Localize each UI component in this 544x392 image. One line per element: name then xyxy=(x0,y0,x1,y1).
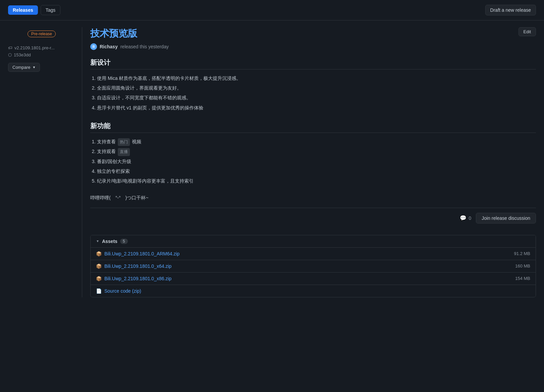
sidebar-tag-value: v2.2109.1801.pre-r... xyxy=(14,45,55,50)
compare-label: Compare xyxy=(12,65,30,70)
footer-note: 哔哩哔哩( °-° )つ口干杯~ xyxy=(90,195,536,201)
assets-collapse-icon: ▼ xyxy=(96,239,99,243)
releases-tab[interactable]: Releases xyxy=(8,5,38,15)
comment-count: 💬 0 xyxy=(460,215,471,221)
list-item: 使用 Mica 材质作为基底，搭配半透明的卡片材质，极大提升沉浸感。 xyxy=(97,74,536,83)
asset-row: 📦 Bili.Uwp_2.2109.1801.0_ARM64.zip 91.2 … xyxy=(91,248,536,260)
list-item: 番剧/国创大升级 xyxy=(97,157,536,166)
section1-heading: 新设计 xyxy=(90,58,536,69)
list-item: 支持查看 热门 视频 xyxy=(97,138,536,146)
package-icon: 📦 xyxy=(96,276,102,281)
author-link[interactable]: Richasy xyxy=(100,44,118,49)
assets-header[interactable]: ▼ Assets 5 xyxy=(91,235,536,248)
badge-live: 直播 xyxy=(118,148,130,156)
asset-row: 📦 Bili.Uwp_2.2109.1801.0_x86.zip 154 MB xyxy=(91,273,536,285)
assets-label: Assets xyxy=(102,239,117,244)
package-icon: 📦 xyxy=(96,251,102,256)
list-item: 独立的专栏探索 xyxy=(97,167,536,176)
tag-icon: 🏷 xyxy=(8,45,12,50)
draft-new-release-button[interactable]: Draft a new release xyxy=(485,5,536,15)
sidebar-tag: 🏷 v2.2109.1801.pre-r... xyxy=(8,45,75,50)
asset-size: 154 MB xyxy=(515,276,530,281)
badge-hot: 热门 xyxy=(118,138,130,146)
sidebar: Pre-release 🏷 v2.2109.1801.pre-r... ⬡ 15… xyxy=(8,27,82,297)
list-item: 悬浮卡片替代 v1 的副页，提供更加优秀的操作体验 xyxy=(97,104,536,112)
asset-row: 📦 Bili.Uwp_2.2109.1801.0_x64.zip 160 MB xyxy=(91,260,536,273)
pre-release-badge: Pre-release xyxy=(28,31,56,37)
sidebar-commit: ⬡ 153e3dd xyxy=(8,52,75,57)
compare-button[interactable]: Compare ▼ xyxy=(8,63,40,72)
asset-row: 📄 Source code (zip) xyxy=(91,285,536,297)
asset-size: 160 MB xyxy=(515,263,530,268)
list-item: 支持观看 直播 xyxy=(97,147,536,156)
release-time: released this yesterday xyxy=(120,44,169,49)
asset-link-arm64[interactable]: 📦 Bili.Uwp_2.2109.1801.0_ARM64.zip xyxy=(96,251,180,256)
package-icon: 📦 xyxy=(96,263,102,269)
avatar: R xyxy=(90,43,97,50)
top-bar-left: Releases Tags xyxy=(8,5,60,15)
top-bar: Releases Tags Draft a new release xyxy=(0,0,544,20)
release-header: 技术预览版 Edit xyxy=(90,27,536,40)
asset-size: 91.2 MB xyxy=(514,251,530,256)
sidebar-commit-value: 153e3dd xyxy=(14,52,31,57)
commit-icon: ⬡ xyxy=(8,52,12,57)
section-new-features: 新功能 支持查看 热门 视频 支持观看 直播 番剧/国创大升级 独立的专栏探索 … xyxy=(90,121,536,186)
release-title: 技术预览版 xyxy=(90,27,137,40)
asset-link-source[interactable]: 📄 Source code (zip) xyxy=(96,288,141,294)
comment-count-value: 0 xyxy=(468,215,471,221)
section2-heading: 新功能 xyxy=(90,121,536,133)
join-discussion-button[interactable]: Join release discussion xyxy=(476,213,536,224)
section2-list: 支持查看 热门 视频 支持观看 直播 番剧/国创大升级 独立的专栏探索 纪录片/… xyxy=(90,138,536,186)
asset-name: Source code (zip) xyxy=(104,288,141,294)
list-item: 纪录片/电影/电视剧等内容更丰富，且支持索引 xyxy=(97,177,536,185)
asset-link-x86[interactable]: 📦 Bili.Uwp_2.2109.1801.0_x86.zip xyxy=(96,276,171,281)
list-item: 全面应用圆角设计，界面观看更为友好。 xyxy=(97,84,536,92)
asset-name: Bili.Uwp_2.2109.1801.0_x64.zip xyxy=(104,263,171,269)
comment-icon: 💬 xyxy=(460,215,466,221)
section1-list: 使用 Mica 材质作为基底，搭配半透明的卡片材质，极大提升沉浸感。 全面应用圆… xyxy=(90,74,536,112)
assets-count-badge: 5 xyxy=(120,239,128,244)
edit-button[interactable]: Edit xyxy=(518,27,536,36)
discussion-bar: 💬 0 Join release discussion xyxy=(90,208,536,228)
release-body: 技术预览版 Edit R Richasy released this yeste… xyxy=(82,27,536,297)
asset-link-x64[interactable]: 📦 Bili.Uwp_2.2109.1801.0_x64.zip xyxy=(96,263,171,269)
chevron-down-icon: ▼ xyxy=(32,65,36,69)
asset-name: Bili.Uwp_2.2109.1801.0_x86.zip xyxy=(104,276,171,281)
main-content: Pre-release 🏷 v2.2109.1801.pre-r... ⬡ 15… xyxy=(0,20,544,304)
assets-section: ▼ Assets 5 📦 Bili.Uwp_2.2109.1801.0_ARM6… xyxy=(90,235,536,297)
tags-tab[interactable]: Tags xyxy=(41,5,61,15)
section-new-design: 新设计 使用 Mica 材质作为基底，搭配半透明的卡片材质，极大提升沉浸感。 全… xyxy=(90,58,536,112)
source-icon: 📄 xyxy=(96,288,102,294)
asset-name: Bili.Uwp_2.2109.1801.0_ARM64.zip xyxy=(104,251,180,256)
list-item: 自适应设计，不同宽度下都能有不错的观感。 xyxy=(97,94,536,102)
release-meta: R Richasy released this yesterday xyxy=(90,43,536,50)
